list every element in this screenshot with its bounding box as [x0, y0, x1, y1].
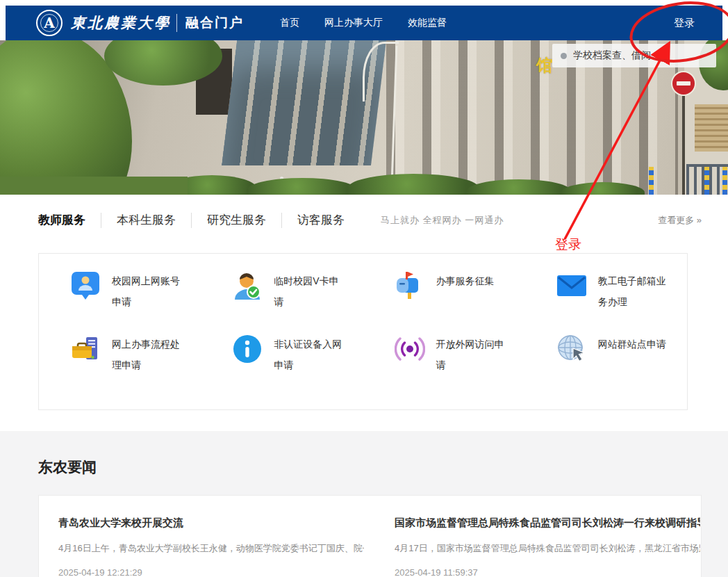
service-label: 网上办事流程处理申请 [112, 334, 185, 375]
notice-dot-icon [561, 53, 567, 59]
notice-text: 学校档案查、借阅 [573, 49, 651, 62]
university-seal-logo[interactable]: A [36, 10, 63, 36]
mailbox-icon [395, 270, 425, 301]
banner-building-windows [222, 40, 386, 165]
seal-letter: A [44, 16, 55, 30]
news-card: 青岛农业大学来校开展交流 4月16日上午，青岛农业大学副校长王永健，动物医学院党… [38, 495, 702, 577]
nav-link-efficiency[interactable]: 效能监督 [408, 17, 447, 29]
striped-bollard [722, 167, 727, 195]
chat-user-icon [70, 270, 101, 301]
tab-visitor-services[interactable]: 访客服务 [282, 213, 360, 228]
service-item-website-group[interactable]: 网站群站点申请 [525, 334, 687, 397]
annotation-login-label: 登录 [555, 236, 581, 254]
service-label: 办事服务征集 [436, 270, 510, 291]
portal-name: 融合门户 [185, 14, 244, 32]
campus-banner-photo: 馆 学校档案查、借阅 [0, 40, 728, 195]
briefcase-doc-icon [70, 334, 101, 364]
services-grid: 校园网上网账号申请 临时校园V卡申请 办事服务征集 [38, 253, 688, 410]
tab-teacher-services[interactable]: 教师服务 [38, 213, 101, 228]
login-button[interactable]: 登录 [674, 17, 704, 30]
banner-window-shutter [695, 104, 728, 152]
envelope-icon [556, 270, 587, 301]
news-section-title: 东农要闻 [38, 457, 97, 477]
service-item-campus-network-account[interactable]: 校园网上网账号申请 [39, 270, 201, 334]
service-label: 校园网上网账号申请 [112, 270, 185, 312]
notice-popup[interactable]: 学校档案查、借阅 [552, 44, 716, 67]
service-label: 教工电子邮箱业务办理 [598, 270, 672, 312]
news-item-qingdao-exchange[interactable]: 青岛农业大学来校开展交流 4月16日上午，青岛农业大学副校长王永健，动物医学院党… [58, 517, 364, 577]
news-item-date: 2025-04-19 12:21:29 [58, 567, 364, 577]
navbar-links: 首页 网上办事大厅 效能监督 [280, 17, 447, 29]
service-label: 网站群站点申请 [598, 334, 672, 355]
tab-undergrad-services[interactable]: 本科生服务 [101, 213, 192, 228]
nav-link-home[interactable]: 首页 [280, 17, 299, 29]
view-more-link[interactable]: 查看更多 » [658, 214, 702, 227]
info-icon [232, 334, 263, 364]
service-item-external-network-access[interactable]: 开放外网访问申请 [363, 334, 525, 397]
news-item-summary: 4月16日上午，青岛农业大学副校长王永健，动物医学院党委书记丁国庆、院长周顺一行… [58, 542, 364, 555]
globe-cursor-icon [556, 334, 587, 364]
service-slogan: 马上就办 全程网办 一网通办 [381, 214, 504, 227]
building-sign-character: 馆 [536, 54, 553, 76]
university-name: 東北農業大學 [71, 13, 171, 33]
service-label: 临时校园V卡申请 [274, 270, 347, 312]
tab-graduate-services[interactable]: 研究生服务 [192, 213, 282, 228]
avatar-check-icon [232, 270, 263, 301]
nav-link-service-hall[interactable]: 网上办事大厅 [324, 17, 383, 29]
news-item-title: 青岛农业大学来校开展交流 [58, 517, 364, 530]
no-entry-sign [671, 71, 696, 96]
striped-bollard [649, 167, 654, 195]
banner-grass [0, 177, 188, 195]
service-label: 非认证设备入网申请 [274, 334, 347, 375]
portal-page: A 東北農業大學 融合门户 首页 网上办事大厅 效能监督 登录 馆 [0, 0, 728, 577]
service-item-unauth-device-network[interactable]: 非认证设备入网申请 [201, 334, 363, 397]
banner-bush [247, 178, 358, 195]
news-item-samr-visit[interactable]: 国家市场监督管理总局特殊食品监管司司长刘松涛一行来校调研指导 4月17日，国家市… [395, 517, 700, 577]
service-item-service-collection[interactable]: 办事服务征集 [363, 270, 525, 334]
service-item-staff-email[interactable]: 教工电子邮箱业务办理 [525, 270, 687, 334]
striped-bollard [704, 167, 709, 195]
service-item-temp-vcard[interactable]: 临时校园V卡申请 [201, 270, 363, 334]
wireless-signal-icon [395, 334, 425, 364]
service-item-workflow-request[interactable]: 网上办事流程处理申请 [39, 334, 201, 397]
service-tabs: 教师服务 本科生服务 研究生服务 访客服务 马上就办 全程网办 一网通办 查看更… [38, 213, 702, 228]
service-label: 开放外网访问申请 [436, 334, 510, 375]
news-item-date: 2025-04-19 11:59:37 [395, 567, 700, 577]
news-section: 东农要闻 青岛农业大学来校开展交流 4月16日上午，青岛农业大学副校长王永健，动… [0, 431, 728, 577]
no-entry-sign-pole [682, 96, 685, 195]
navbar-divider [176, 14, 177, 32]
top-navbar: A 東北農業大學 融合门户 首页 网上办事大厅 效能监督 登录 [6, 6, 722, 40]
news-item-summary: 4月17日，国家市场监督管理总局特殊食品监管司司长刘松涛，黑龙江省市场监督管理局… [395, 542, 700, 555]
news-item-title: 国家市场监督管理总局特殊食品监管司司长刘松涛一行来校调研指导 [395, 517, 700, 530]
